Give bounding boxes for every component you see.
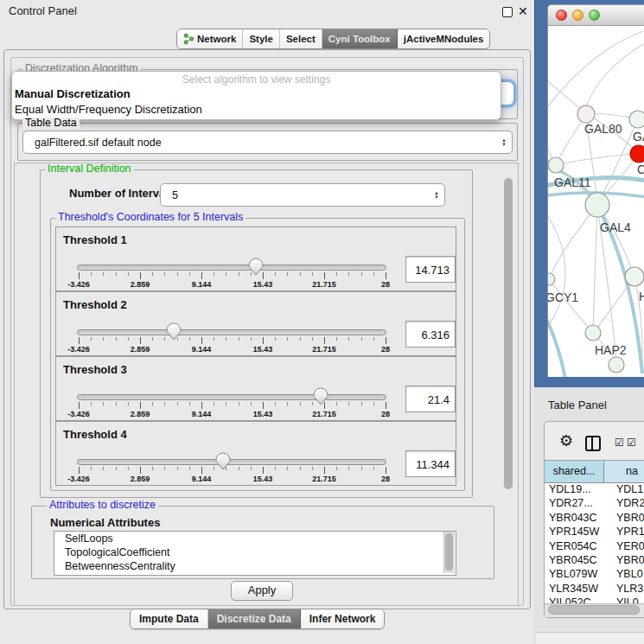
thresholds-group-label: Threshold's Coordinates for 5 Intervals — [55, 212, 245, 223]
numerical-attributes-label: Numerical Attributes — [50, 516, 160, 529]
network-node[interactable] — [609, 357, 624, 373]
gear-icon[interactable]: ⚙ — [559, 433, 573, 449]
table-row[interactable]: YBL079WYBL0 — [545, 568, 644, 582]
cell-name: YBL0 — [612, 568, 644, 582]
combo-stepper-icon: ▲▼ — [429, 191, 444, 200]
popup-item-manual-discretization[interactable]: Manual Discretization — [14, 86, 501, 102]
vertical-scrollbar[interactable] — [504, 178, 513, 489]
slider-track[interactable] — [77, 265, 386, 271]
table-row[interactable]: YBR045CYBR0 — [545, 554, 644, 568]
combo-stepper-icon: ▲▼ — [496, 138, 512, 147]
table-data-label: Table Data — [22, 118, 80, 129]
slider-tick-labels: -3.4262.8599.14415.4321.71528 — [77, 410, 386, 419]
threshold-value-field[interactable]: 21.4 — [405, 386, 456, 412]
network-edge[interactable] — [549, 279, 590, 330]
tab-network[interactable]: Network — [177, 29, 243, 48]
column-header-name[interactable]: na — [604, 461, 644, 482]
network-node-label-c: C — [637, 163, 644, 176]
tab-discretize-data[interactable]: Discretize Data — [208, 609, 301, 628]
threshold-value-field[interactable]: 11.344 — [405, 450, 456, 477]
table-row[interactable]: YBR043CYBR0 — [545, 512, 644, 526]
network-icon — [183, 33, 194, 45]
network-node[interactable] — [577, 105, 595, 123]
attributes-group-label: Attributes to discretize — [47, 500, 158, 511]
table-row[interactable]: YPR145WYPR1 — [545, 526, 644, 539]
table-header-row: shared... na — [545, 460, 644, 483]
network-window-titlebar[interactable] — [548, 5, 644, 26]
minimize-traffic-light-icon[interactable] — [572, 10, 583, 21]
cell-name: YBR0 — [612, 512, 644, 526]
table-data-combobox[interactable]: galFiltered.sif default node ▲▼ — [22, 131, 513, 154]
list-item-betweennesscentrality[interactable]: BetweennessCentrality — [54, 559, 456, 573]
network-node[interactable] — [585, 193, 609, 217]
slider-tick-labels: -3.4262.8599.14415.4321.71528 — [77, 345, 386, 354]
tab-label: Style — [249, 34, 273, 44]
checkbox-icon[interactable]: ☑ — [627, 437, 636, 448]
slider-ticks — [77, 467, 386, 475]
table-row[interactable]: YDL19...YDL1 — [545, 483, 644, 497]
threshold-label: Threshold 4 — [63, 428, 127, 441]
network-node[interactable] — [625, 267, 644, 286]
split-columns-icon[interactable] — [585, 436, 601, 451]
table-row[interactable]: YIL052CYIL0 — [545, 596, 644, 603]
algorithm-dropdown-popup: Select algorithm to view settings Manual… — [11, 71, 501, 120]
network-node[interactable] — [548, 157, 564, 173]
threshold-panel: Threshold 1 -3.4262.8599.14415.4321.7152… — [55, 226, 456, 291]
popup-item-equal-width-frequency-discretization[interactable]: Equal Width/Frequency Discretization — [14, 102, 501, 118]
number-of-intervals-label: Number of Intervals — [69, 187, 175, 200]
checkbox-icon[interactable]: ☑ — [615, 437, 624, 448]
tab-impute-data[interactable]: Impute Data — [131, 609, 208, 628]
threshold-label: Threshold 1 — [63, 233, 127, 246]
cell-shared-name: YBR045C — [545, 554, 612, 568]
network-edge-highlighted[interactable] — [548, 311, 565, 377]
table-row[interactable]: YLR345WYLR3 — [545, 583, 644, 596]
network-edge[interactable] — [548, 31, 643, 111]
cell-name: YDL1 — [612, 483, 644, 497]
apply-button[interactable]: Apply — [231, 581, 293, 601]
network-node[interactable] — [548, 273, 555, 285]
column-header-shared-name[interactable]: shared... — [545, 461, 604, 482]
slider-track[interactable] — [77, 329, 386, 335]
numerical-attributes-list[interactable]: SelfLoopsTopologicalCoefficientBetweenne… — [54, 531, 456, 576]
network-node[interactable] — [629, 111, 644, 128]
cell-shared-name: YBL079W — [545, 568, 612, 582]
slider-tick-labels: -3.4262.8599.14415.4321.71528 — [77, 475, 386, 484]
tab-cyni-toolbox[interactable]: Cyni Toolbox — [322, 29, 398, 48]
number-of-intervals-combobox[interactable]: 5 ▲▼ — [160, 183, 445, 207]
control-panel-titlebar: Control Panel ✕ — [0, 0, 534, 22]
list-scrollbar[interactable] — [445, 533, 453, 571]
algorithm-popup-list: Manual DiscretizationEqual Width/Frequen… — [14, 86, 501, 118]
table-row[interactable]: YDR27...YDR2 — [545, 497, 644, 511]
list-item-selfloops[interactable]: SelfLoops — [54, 532, 456, 545]
tab-style[interactable]: Style — [243, 29, 280, 48]
network-edge[interactable] — [550, 205, 597, 277]
close-icon[interactable]: ✕ — [518, 3, 528, 19]
network-node[interactable] — [585, 325, 601, 341]
network-node[interactable] — [630, 145, 644, 163]
table-row[interactable]: YER054CYER0 — [545, 540, 644, 554]
network-edge[interactable] — [556, 154, 634, 165]
threshold-value-field[interactable]: 14.713 — [405, 256, 456, 283]
list-item-topologicalcoefficient[interactable]: TopologicalCoefficient — [54, 545, 456, 559]
horizontal-scrollbar[interactable] — [548, 605, 640, 615]
split-columns-icon-divider — [591, 436, 593, 451]
network-canvas[interactable]: GAL80GACGAL11GAL4GCY1HHAP2 — [548, 26, 644, 377]
slider-track[interactable] — [77, 394, 386, 400]
tab-label: Network — [197, 34, 236, 44]
tab-select[interactable]: Select — [280, 29, 322, 48]
close-traffic-light-icon[interactable] — [556, 10, 567, 21]
tab-jactivemnodules[interactable]: jActiveMNodules — [398, 29, 490, 48]
float-window-icon[interactable] — [502, 7, 513, 17]
network-node-label-gal11: GAL11 — [554, 175, 591, 189]
screen: Control Panel ✕ NetworkStyleSelectCyni T… — [0, 0, 644, 644]
zoom-traffic-light-icon[interactable] — [589, 10, 600, 21]
network-edge[interactable] — [548, 211, 565, 330]
tab-infer-network[interactable]: Infer Network — [301, 609, 385, 628]
network-view-window: GAL80GACGAL11GAL4GCY1HHAP2 — [547, 4, 644, 377]
network-edge[interactable] — [593, 205, 597, 330]
cell-name: YER0 — [612, 540, 644, 554]
threshold-value-field[interactable]: 6.316 — [405, 321, 456, 348]
network-edge[interactable] — [586, 43, 644, 107]
slider-ticks — [77, 402, 386, 410]
slider-track[interactable] — [77, 459, 386, 465]
